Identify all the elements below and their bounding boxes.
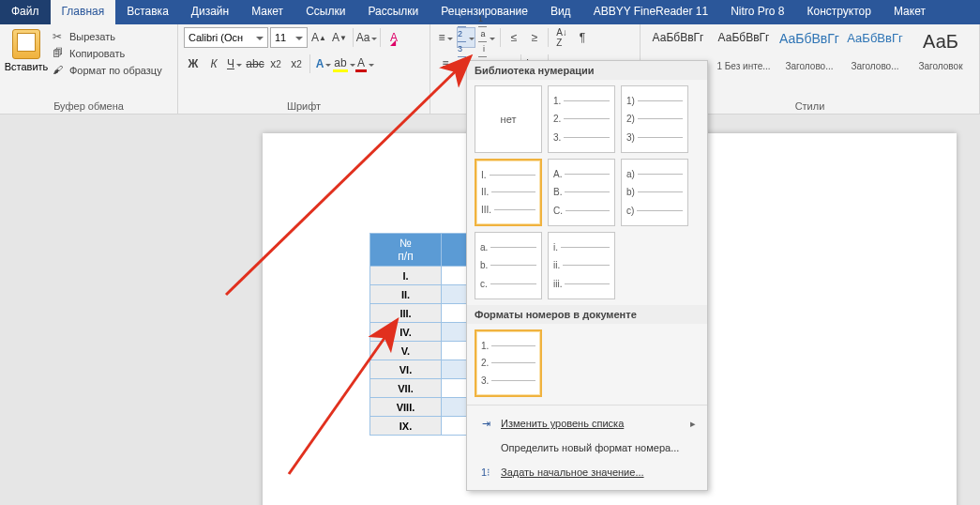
dropdown-header-docformats: Форматы номеров в документе	[467, 305, 707, 324]
cell[interactable]	[442, 417, 468, 436]
tab-mailings[interactable]: Рассылки	[356, 0, 430, 24]
font-color-button[interactable]: A	[355, 54, 374, 74]
grow-font-button[interactable]: A▲	[309, 27, 328, 48]
chevron-right-icon: ▸	[690, 418, 696, 430]
tab-file[interactable]: Файл	[0, 0, 51, 24]
cell[interactable]	[442, 285, 468, 304]
italic-button[interactable]: К	[204, 54, 223, 74]
font-size-combo[interactable]: 11	[270, 27, 308, 48]
align-left-button[interactable]: ≡	[436, 54, 455, 74]
numbering-option-latin-lower-dot[interactable]: a.b.c.	[475, 232, 542, 299]
strike-button[interactable]: abc	[246, 54, 264, 74]
numbering-option-roman-lower[interactable]: i.ii.iii.	[548, 232, 615, 299]
define-new-format-item[interactable]: Определить новый формат номера...	[467, 436, 707, 460]
change-list-level-item[interactable]: ⇥ Изменить уровень списка ▸	[467, 411, 707, 436]
sort-button[interactable]: A↓Z	[552, 27, 571, 48]
tab-layout[interactable]: Макет	[240, 0, 294, 24]
bullets-button[interactable]: ≡	[436, 27, 455, 48]
paste-button[interactable]: Вставить	[6, 27, 47, 78]
row-number-cell: II.	[370, 285, 442, 304]
cut-button[interactable]: Вырезать	[51, 29, 164, 44]
copy-icon	[53, 47, 66, 60]
numbering-option-doc1[interactable]: 1.2.3.	[475, 329, 542, 397]
blank-icon	[478, 440, 493, 455]
style-heading1[interactable]: АаБбВвГгЗаголово...	[779, 31, 839, 71]
group-label: Буфер обмена	[0, 100, 177, 112]
ribbon-tabs: Файл Главная Вставка Дизайн Макет Ссылки…	[0, 0, 980, 24]
col-header-2	[442, 234, 468, 267]
increase-indent-button[interactable]: ≥	[525, 27, 544, 48]
set-start-value-item[interactable]: 1⁝ Задать начальное значение...	[467, 460, 707, 484]
highlight-button[interactable]: ab	[335, 54, 354, 74]
group-font: Calibri (Осн 11 A▲ A▼ Aa A◢ Ж К Ч abc x2…	[178, 24, 430, 114]
bold-button[interactable]: Ж	[184, 54, 203, 74]
numbering-option-roman-upper[interactable]: I.II.III.	[475, 159, 542, 226]
row-number-cell: VII.	[370, 379, 442, 398]
col-header-number: №п/п	[370, 234, 442, 267]
text-effects-button[interactable]: A	[314, 54, 333, 74]
subscript-button[interactable]: x2	[266, 54, 285, 74]
row-number-cell: I.	[370, 267, 442, 285]
copy-button[interactable]: Копировать	[51, 46, 164, 61]
indent-icon: ⇥	[478, 416, 493, 431]
tab-nitro[interactable]: Nitro Pro 8	[719, 0, 795, 24]
paste-icon	[12, 29, 40, 59]
row-number-cell: VIII.	[370, 398, 442, 417]
numbering-option-arabic-paren[interactable]: 1)2)3)	[621, 85, 688, 153]
tab-references[interactable]: Ссылки	[294, 0, 356, 24]
cell[interactable]	[442, 379, 468, 398]
shrink-font-button[interactable]: A▼	[330, 27, 349, 48]
row-number-cell: VI.	[370, 360, 442, 379]
decrease-indent-button[interactable]: ≤	[505, 27, 523, 48]
cell[interactable]	[442, 342, 468, 360]
show-marks-button[interactable]: ¶	[573, 27, 592, 48]
cell[interactable]	[442, 323, 468, 342]
format-painter-button[interactable]: Формат по образцу	[51, 63, 164, 78]
cell[interactable]	[442, 360, 468, 379]
font-name-combo[interactable]: Calibri (Осн	[184, 27, 268, 48]
cell[interactable]	[442, 398, 468, 417]
row-number-cell: III.	[370, 304, 442, 323]
row-number-cell: IV.	[370, 323, 442, 342]
style-title[interactable]: АаБЗаголовок	[911, 31, 971, 71]
dropdown-header-library: Библиотека нумерации	[467, 61, 707, 80]
style-no-spacing[interactable]: АаБбВвГг1 Без инте...	[714, 31, 774, 71]
group-label: Шрифт	[178, 100, 430, 112]
tab-insert[interactable]: Вставка	[115, 0, 180, 24]
underline-button[interactable]: Ч	[225, 54, 244, 74]
cell[interactable]	[442, 304, 468, 323]
numbering-option-latin-lower-paren[interactable]: a)b)c)	[621, 159, 688, 226]
tab-home[interactable]: Главная	[51, 0, 116, 24]
scissors-icon	[53, 30, 66, 43]
numbering-option-none[interactable]: нет	[475, 85, 542, 153]
numbering-dropdown: Библиотека нумерации нет 1.2.3. 1)2)3) I…	[466, 60, 708, 491]
numbering-option-latin-upper[interactable]: A.B.C.	[548, 159, 615, 226]
numbering-button[interactable]: 1—2—3—	[457, 27, 475, 48]
tab-layout2[interactable]: Макет	[882, 0, 937, 24]
tab-constructor[interactable]: Конструктор	[796, 0, 882, 24]
row-number-cell: IX.	[370, 417, 442, 436]
row-number-cell: V.	[370, 342, 442, 360]
cell[interactable]	[442, 267, 468, 285]
style-heading2[interactable]: АаБбВвГгЗаголово...	[845, 31, 905, 71]
numbering-option-arabic-dot[interactable]: 1.2.3.	[548, 85, 615, 153]
multilevel-button[interactable]: 1— a— i—	[477, 27, 496, 48]
tab-abbyy[interactable]: ABBYY FineReader 11	[582, 0, 720, 24]
superscript-button[interactable]: x2	[287, 54, 306, 74]
clear-formatting-button[interactable]: A◢	[384, 27, 403, 48]
number-icon: 1⁝	[478, 465, 493, 480]
brush-icon	[53, 64, 66, 77]
tab-design[interactable]: Дизайн	[180, 0, 240, 24]
change-case-button[interactable]: Aa	[357, 27, 376, 48]
group-clipboard: Вставить Вырезать Копировать Формат по о…	[0, 24, 178, 114]
tab-view[interactable]: Вид	[539, 0, 582, 24]
